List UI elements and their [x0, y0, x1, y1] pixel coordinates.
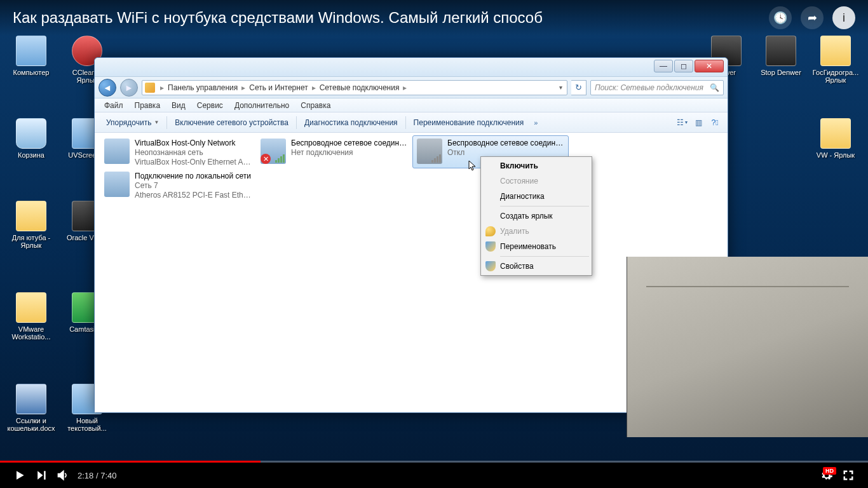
- progress-bar[interactable]: [0, 461, 868, 463]
- icon-label: VMware Workstatio...: [6, 325, 56, 341]
- view-mode-button[interactable]: ☷▾: [674, 116, 689, 130]
- conn-status: Сеть 7: [135, 181, 252, 191]
- icon-label: VW - Ярлык: [811, 151, 860, 159]
- video-title-bar: Как раздавать WiFi с ноутбука средствами…: [0, 0, 868, 36]
- back-button[interactable]: ◄: [98, 79, 116, 97]
- menu-bar: Файл Правка Вид Сервис Дополнительно Спр…: [95, 98, 728, 112]
- forward-button[interactable]: ►: [120, 79, 138, 97]
- volume-button[interactable]: [52, 464, 74, 486]
- conn-status: Нет подключения: [291, 148, 408, 158]
- conn-title: Беспроводное сетевое соединение 2: [447, 139, 564, 148]
- context-shortcut[interactable]: Создать ярлык: [482, 208, 590, 224]
- shield-icon: [485, 261, 496, 271]
- connection-item[interactable]: Подключение по локальной сети Сеть 7 Ath…: [100, 168, 256, 201]
- conn-device: Atheros AR8152 PCI-E Fast Ethern...: [135, 191, 252, 198]
- context-status: Состояние: [482, 173, 590, 189]
- divider: [296, 116, 297, 129]
- separator: [500, 206, 589, 207]
- close-button[interactable]: ✕: [695, 60, 724, 72]
- icon-label: Stop Denwer: [756, 69, 806, 76]
- connection-item[interactable]: ✕ Беспроводное сетевое соединение Нет по…: [256, 135, 412, 168]
- search-placeholder: Поиск: Сетевые подключения: [595, 83, 703, 92]
- hd-badge: HD: [823, 467, 836, 475]
- share-button[interactable]: ➦: [801, 6, 824, 29]
- breadcrumb-drop-icon[interactable]: ▾: [557, 84, 564, 91]
- desktop-icon-folder[interactable]: Для ютуба - Ярлык: [6, 201, 56, 249]
- maximize-button[interactable]: ◻: [674, 60, 693, 72]
- icon-label: Корзина: [6, 151, 56, 159]
- video-controls: 2:18 / 7:40 HD: [0, 463, 868, 488]
- desktop: Компьютер Корзина Для ютуба - Ярлык VMwa…: [0, 0, 868, 463]
- context-rename[interactable]: Переименовать: [482, 239, 590, 254]
- next-button[interactable]: [31, 464, 52, 486]
- icon-label: Новый текстовый...: [62, 417, 112, 432]
- icon-label: ГосГидрогра... Ярлык: [811, 69, 860, 84]
- fullscreen-button[interactable]: [837, 464, 859, 486]
- icon-label: Компьютер: [6, 69, 56, 76]
- preview-pane-button[interactable]: ▥: [691, 116, 706, 130]
- divider: [405, 116, 406, 129]
- menu-edit[interactable]: Правка: [129, 100, 166, 111]
- help-button[interactable]: ?⃝: [707, 116, 722, 130]
- context-enable[interactable]: Включить: [482, 158, 590, 173]
- desktop-icon-goshydro[interactable]: ГосГидрогра... Ярлык: [811, 36, 860, 84]
- play-button[interactable]: [9, 464, 31, 486]
- progress-played: [0, 461, 261, 463]
- toolbar: Упорядочить▼ Включение сетевого устройст…: [95, 112, 728, 133]
- divider: [166, 116, 167, 129]
- disconnected-icon: ✕: [261, 154, 271, 164]
- breadcrumb-part[interactable]: Сетевые подключения: [317, 83, 402, 92]
- shield-icon: [485, 241, 496, 252]
- settings-button[interactable]: HD: [816, 464, 837, 486]
- titlebar[interactable]: — ◻ ✕: [95, 58, 728, 77]
- context-delete: Удалить: [482, 224, 590, 239]
- adapter-icon: [104, 172, 130, 197]
- menu-tools[interactable]: Сервис: [191, 100, 229, 111]
- conn-title: Подключение по локальной сети: [135, 172, 252, 181]
- search-input[interactable]: Поиск: Сетевые подключения 🔍: [590, 80, 724, 95]
- breadcrumb-icon: [145, 83, 155, 93]
- address-bar: ◄ ► ▸ Панель управления ▸ Сеть и Интерне…: [95, 77, 728, 98]
- toolbar-overflow-icon[interactable]: »: [530, 119, 541, 126]
- adapter-icon: [417, 139, 442, 164]
- facecam-overlay: [627, 257, 868, 437]
- adapter-icon: ✕: [261, 139, 286, 164]
- refresh-button[interactable]: ↻: [571, 80, 587, 95]
- separator: [500, 256, 589, 257]
- info-button[interactable]: i: [832, 6, 855, 29]
- conn-status: Неопознанная сеть: [135, 148, 252, 158]
- menu-view[interactable]: Вид: [166, 100, 191, 111]
- connection-item[interactable]: VirtualBox Host-Only Network Неопознанна…: [100, 135, 256, 168]
- conn-title: VirtualBox Host-Only Network: [135, 139, 252, 148]
- adapter-icon: [104, 139, 130, 164]
- context-props[interactable]: Свойства: [482, 259, 590, 274]
- desktop-icon-vmware[interactable]: VMware Workstatio...: [6, 292, 56, 341]
- breadcrumb-part[interactable]: Сеть и Интернет: [247, 83, 310, 92]
- toolbar-rename[interactable]: Переименование подключения: [407, 116, 531, 130]
- desktop-icon-computer[interactable]: Компьютер: [6, 36, 56, 76]
- icon-label: Для ютуба - Ярлык: [6, 234, 56, 249]
- desktop-icon-vw[interactable]: VW - Ярлык: [811, 118, 860, 159]
- toolbar-enable[interactable]: Включение сетевого устройства: [168, 116, 295, 130]
- conn-title: Беспроводное сетевое соединение: [291, 139, 408, 148]
- toolbar-diag[interactable]: Диагностика подключения: [298, 116, 404, 130]
- menu-file[interactable]: Файл: [98, 100, 129, 111]
- icon-label: Ссылки и кошельки.docx: [6, 417, 56, 432]
- watch-later-button[interactable]: 🕓: [769, 6, 792, 29]
- desktop-icon-bin[interactable]: Корзина: [6, 118, 56, 159]
- video-title: Как раздавать WiFi с ноутбука средствами…: [13, 9, 543, 27]
- desktop-icon-stopdenwer[interactable]: Stop Denwer: [756, 36, 806, 76]
- breadcrumb[interactable]: ▸ Панель управления ▸ Сеть и Интернет ▸ …: [142, 80, 567, 95]
- breadcrumb-part[interactable]: Панель управления: [165, 83, 240, 92]
- conn-device: VirtualBox Host-Only Ethernet Ad...: [135, 158, 252, 165]
- context-diag[interactable]: Диагностика: [482, 189, 590, 204]
- minimize-button[interactable]: —: [654, 60, 673, 72]
- toolbar-organize[interactable]: Упорядочить▼: [100, 116, 165, 130]
- time-display: 2:18 / 7:40: [78, 471, 116, 480]
- menu-help[interactable]: Справка: [295, 100, 336, 111]
- menu-extra[interactable]: Дополнительно: [229, 100, 295, 111]
- shield-icon: [485, 226, 496, 236]
- context-menu: Включить Состояние Диагностика Создать я…: [480, 156, 592, 276]
- search-icon[interactable]: 🔍: [710, 83, 719, 92]
- desktop-icon-word[interactable]: Ссылки и кошельки.docx: [6, 384, 56, 432]
